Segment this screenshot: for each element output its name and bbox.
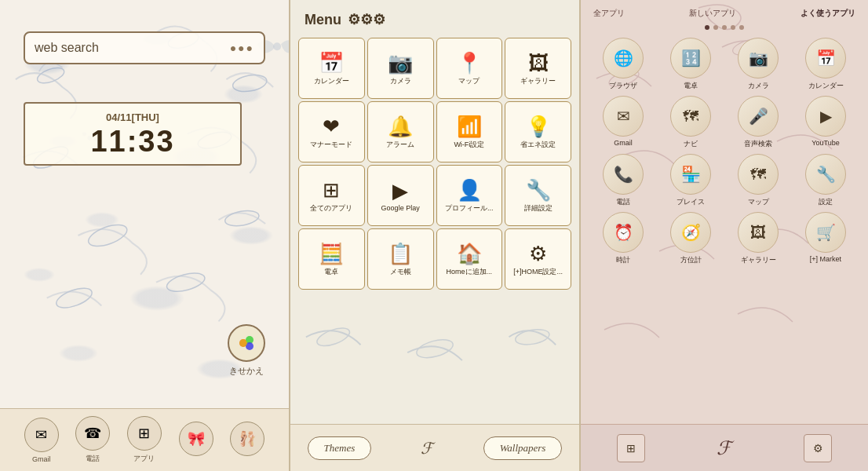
voice-search-label: 音声検索 bbox=[744, 139, 772, 149]
font-tab[interactable]: ℱ bbox=[405, 434, 449, 462]
market-icon[interactable]: 🛒 bbox=[805, 212, 846, 253]
font-logo: ℱ bbox=[717, 437, 731, 459]
clock-time: 11:33 bbox=[38, 126, 228, 156]
app-grid: 🌐 ブラウザ 🔢 電卓 📷 カメラ 📅 カレンダー ✉ Gmail 🗺 ナビ 🎤… bbox=[581, 33, 868, 270]
svg-point-19 bbox=[414, 336, 454, 361]
app-setting[interactable]: 🔧 設定 bbox=[794, 154, 857, 207]
map2-icon[interactable]: 🗺 bbox=[738, 154, 779, 195]
calculator-icon[interactable]: 🔢 bbox=[670, 38, 711, 78]
ribbon-icon[interactable]: 🎀 bbox=[179, 422, 213, 456]
compass-icon[interactable]: 🧭 bbox=[670, 212, 711, 253]
calendar2-label: カレンダー bbox=[808, 81, 844, 91]
tab-all-apps[interactable]: 全アプリ bbox=[593, 8, 625, 19]
app-market[interactable]: 🛒 [+] Market bbox=[794, 212, 857, 265]
calculator-label: 電卓 bbox=[684, 81, 698, 91]
phone2-icon[interactable]: 📞 bbox=[603, 154, 644, 195]
menu-bottom-tabs: Themes ℱ Wallpapers bbox=[290, 424, 579, 471]
camera2-icon[interactable]: 📷 bbox=[738, 38, 779, 78]
ballet-icon[interactable]: 🩰 bbox=[230, 422, 264, 456]
app-gmail[interactable]: ✉ Gmail bbox=[592, 96, 655, 149]
kisekae-button[interactable]: きせかえ bbox=[228, 324, 265, 377]
svg-point-13 bbox=[273, 42, 281, 50]
tab-frequent-apps[interactable]: よく使うアプリ bbox=[801, 8, 855, 19]
svg-point-20 bbox=[514, 327, 550, 347]
map2-label: マップ bbox=[748, 197, 769, 207]
browser-label: ブラウザ bbox=[609, 81, 637, 91]
app-place[interactable]: 🏪 プレイス bbox=[659, 154, 722, 207]
compass-label: 方位計 bbox=[680, 255, 702, 265]
app-youtube[interactable]: ▶ YouTube bbox=[794, 96, 857, 149]
phone2-label: 電話 bbox=[616, 197, 630, 207]
setting-icon[interactable]: 🔧 bbox=[805, 154, 846, 195]
ribbon-decoration bbox=[0, 0, 289, 471]
gmail2-icon[interactable]: ✉ bbox=[603, 96, 644, 137]
clock-label: 時計 bbox=[616, 255, 630, 265]
gmail-icon[interactable]: ✉ bbox=[24, 418, 59, 452]
place-label: プレイス bbox=[677, 197, 705, 207]
dock-apps[interactable]: ⊞ アプリ bbox=[127, 416, 162, 464]
app-voice-search[interactable]: 🎤 音声検索 bbox=[727, 96, 790, 149]
youtube-label: YouTube bbox=[811, 139, 839, 147]
dock-phone[interactable]: ☎ 電話 bbox=[75, 416, 110, 464]
svg-point-2 bbox=[232, 72, 268, 93]
search-settings-dots[interactable]: ●●● bbox=[230, 42, 254, 54]
dot-1 bbox=[705, 25, 709, 30]
svg-point-18 bbox=[315, 324, 352, 349]
themes-tab[interactable]: Themes bbox=[308, 436, 372, 460]
settings-button[interactable]: ⚙ bbox=[804, 434, 832, 462]
navi-icon[interactable]: 🗺 bbox=[670, 96, 711, 137]
tab-new-apps[interactable]: 新しいアプリ bbox=[689, 8, 736, 19]
place-icon[interactable]: 🏪 bbox=[670, 154, 711, 195]
clock-widget: 04/11[THU] 11:33 bbox=[24, 102, 242, 166]
app-phone[interactable]: 📞 電話 bbox=[592, 154, 655, 207]
menu-panel: Menu ⚙⚙⚙ 📅 カレンダー 📷 カメラ 📍 マップ 🖼 ギャラリー ❤ マ… bbox=[290, 0, 581, 471]
setting-label: 設定 bbox=[819, 197, 833, 207]
dot-2 bbox=[713, 25, 718, 30]
dock-ballet[interactable]: 🩰 bbox=[230, 422, 264, 459]
camera2-label: カメラ bbox=[748, 81, 769, 91]
phone-label: 電話 bbox=[86, 454, 100, 464]
app-camera[interactable]: 📷 カメラ bbox=[727, 38, 790, 91]
home-screen-panel: web search ●●● 04/11[THU] 11:33 きせかえ ✉ G… bbox=[0, 0, 290, 471]
svg-point-11 bbox=[54, 284, 95, 312]
dot-4 bbox=[731, 25, 735, 30]
app-map[interactable]: 🗺 マップ bbox=[727, 154, 790, 207]
app-compass[interactable]: 🧭 方位計 bbox=[659, 212, 722, 265]
voice-search-icon[interactable]: 🎤 bbox=[738, 96, 779, 137]
browser-icon[interactable]: 🌐 bbox=[603, 38, 644, 78]
dot-3 bbox=[722, 25, 727, 30]
app-list-tabs: 全アプリ 新しいアプリ よく使うアプリ bbox=[581, 0, 868, 22]
wallpapers-tab[interactable]: Wallpapers bbox=[483, 436, 563, 460]
page-dots bbox=[581, 22, 868, 33]
app-gallery[interactable]: 🖼 ギャラリー bbox=[727, 212, 790, 265]
phone-icon[interactable]: ☎ bbox=[75, 416, 110, 451]
bottom-dock: ✉ Gmail ☎ 電話 ⊞ アプリ 🎀 🩰 bbox=[0, 408, 289, 471]
clock-icon[interactable]: ⏰ bbox=[603, 212, 644, 253]
menu-background bbox=[290, 0, 579, 471]
kisekae-icon[interactable] bbox=[228, 324, 265, 362]
gallery2-label: ギャラリー bbox=[741, 255, 776, 265]
kisekae-label: きせかえ bbox=[228, 365, 265, 377]
apps-icon[interactable]: ⊞ bbox=[127, 416, 162, 451]
svg-point-10 bbox=[224, 209, 260, 228]
gmail-label: Gmail bbox=[32, 455, 51, 463]
dock-gmail[interactable]: ✉ Gmail bbox=[24, 418, 59, 463]
apps-label: アプリ bbox=[133, 454, 155, 464]
app-clock[interactable]: ⏰ 時計 bbox=[592, 212, 655, 265]
app-calendar[interactable]: 📅 カレンダー bbox=[794, 38, 857, 91]
app-browser[interactable]: 🌐 ブラウザ bbox=[592, 38, 655, 91]
app-navi[interactable]: 🗺 ナビ bbox=[659, 96, 722, 149]
gallery2-icon[interactable]: 🖼 bbox=[738, 212, 779, 253]
dot-5 bbox=[739, 25, 744, 30]
dock-ribbon[interactable]: 🎀 bbox=[179, 422, 213, 459]
search-bar[interactable]: web search ●●● bbox=[24, 31, 265, 64]
svg-point-0 bbox=[35, 65, 66, 86]
app-calculator[interactable]: 🔢 電卓 bbox=[659, 38, 722, 91]
search-text: web search bbox=[35, 41, 99, 55]
svg-point-12 bbox=[165, 270, 206, 295]
grid-view-button[interactable]: ⊞ bbox=[617, 434, 645, 462]
youtube-icon[interactable]: ▶ bbox=[805, 96, 846, 137]
navi-label: ナビ bbox=[684, 139, 698, 149]
svg-point-17 bbox=[239, 339, 247, 347]
calendar2-icon[interactable]: 📅 bbox=[805, 38, 846, 78]
